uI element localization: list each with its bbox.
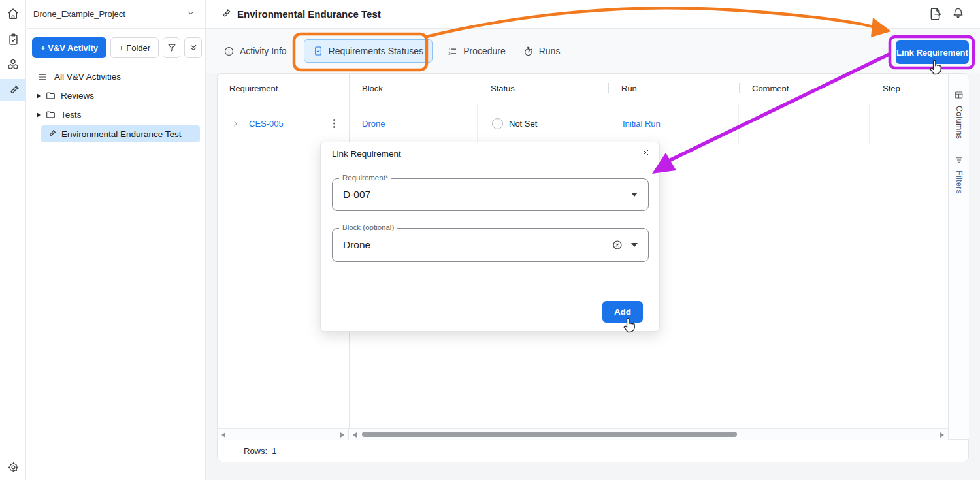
horizontal-scrollbars xyxy=(218,428,948,440)
add-button[interactable]: Add xyxy=(602,301,643,323)
add-folder-button[interactable]: + Folder xyxy=(110,37,159,58)
scroll-right-arrow-icon[interactable] xyxy=(940,432,944,438)
close-icon[interactable] xyxy=(641,148,651,160)
tab-label: Requirements Statuses xyxy=(329,46,424,56)
run-cell: Initial Run xyxy=(608,103,739,144)
export-icon[interactable] xyxy=(928,7,943,24)
column-header-run[interactable]: Run xyxy=(608,74,739,103)
tree-item-tests[interactable]: Tests xyxy=(27,105,205,124)
modal-header: Link Requirement xyxy=(321,142,659,165)
tab-label: Procedure xyxy=(463,46,506,56)
clear-circle-icon[interactable] xyxy=(612,239,623,251)
chevron-down-icon xyxy=(186,8,196,21)
scrollbar-thumb[interactable] xyxy=(362,432,737,437)
block-select[interactable]: Block (optional) Drone xyxy=(332,228,649,262)
column-header-requirement[interactable]: Requirement xyxy=(218,74,349,103)
info-circle-icon xyxy=(223,46,235,57)
left-pane-scrollbar[interactable] xyxy=(218,429,349,440)
status-cell: Not Set xyxy=(478,103,608,144)
link-requirement-modal: Link Requirement Requirement* D-007 Bloc… xyxy=(320,142,660,332)
project-tree-panel: Drone_Example_Project + V&V Activity + F… xyxy=(27,0,206,480)
numbered-list-icon: 12 xyxy=(447,46,458,57)
caret-right-icon[interactable] xyxy=(37,93,41,99)
link-requirement-button[interactable]: Link Requirement xyxy=(896,40,969,64)
test-tube-icon xyxy=(220,8,232,20)
tree-toolbar: + V&V Activity + Folder xyxy=(27,29,205,58)
table-row: CES-005 Drone Not Set Initial Run xyxy=(218,103,968,144)
scroll-left-arrow-icon[interactable] xyxy=(353,432,357,438)
modal-title: Link Requirement xyxy=(332,149,401,159)
filter-lines-icon xyxy=(954,155,964,165)
tree-folder-label: Reviews xyxy=(61,91,94,101)
tests-icon[interactable] xyxy=(0,79,26,101)
scroll-left-arrow-icon[interactable] xyxy=(221,432,225,438)
requirement-link[interactable]: CES-005 xyxy=(249,119,284,129)
block-link[interactable]: Drone xyxy=(362,119,385,129)
requirement-select-label: Requirement* xyxy=(339,174,391,182)
scroll-right-arrow-icon[interactable] xyxy=(340,432,344,438)
rows-count: 1 xyxy=(272,446,276,456)
add-vv-activity-button[interactable]: + V&V Activity xyxy=(32,37,106,58)
menu-icon xyxy=(37,72,48,82)
home-icon[interactable] xyxy=(0,3,26,25)
clipboard-check-icon[interactable] xyxy=(0,28,26,50)
tree-root-label: All V&V Activities xyxy=(54,72,121,82)
project-name: Drone_Example_Project xyxy=(33,9,125,19)
run-link[interactable]: Initial Run xyxy=(623,119,661,129)
tree-item-environmental-endurance-test[interactable]: Environmental Endurance Test xyxy=(41,125,200,142)
column-header-comment[interactable]: Comment xyxy=(739,74,870,103)
folder-icon xyxy=(45,90,56,101)
block-select-label: Block (optional) xyxy=(339,223,397,231)
test-tube-icon xyxy=(46,129,57,139)
caret-right-icon[interactable] xyxy=(37,112,41,118)
page-title: Environmental Endurance Test xyxy=(237,8,381,20)
column-header-block[interactable]: Block xyxy=(349,74,478,103)
tab-procedure[interactable]: 12 Procedure xyxy=(447,46,506,57)
columns-grid-icon xyxy=(953,89,964,101)
tab-activity-info[interactable]: Activity Info xyxy=(223,46,287,57)
stopwatch-icon xyxy=(523,46,534,57)
filter-funnel-button[interactable] xyxy=(163,37,180,58)
tab-requirements-statuses[interactable]: Requirements Statuses xyxy=(304,39,433,63)
tree-item-all-activities[interactable]: All V&V Activities xyxy=(27,67,205,86)
document-check-icon xyxy=(313,46,323,56)
requirement-cell: CES-005 xyxy=(218,103,349,144)
chevron-right-icon[interactable] xyxy=(231,120,240,128)
columns-panel-toggle[interactable]: Columns xyxy=(953,89,964,139)
table-header-row: Requirement Block Status Run Comment Ste… xyxy=(218,74,968,103)
comment-cell xyxy=(739,103,870,144)
svg-text:2: 2 xyxy=(449,51,451,55)
project-selector[interactable]: Drone_Example_Project xyxy=(27,0,205,29)
settings-gear-icon[interactable] xyxy=(0,456,26,478)
tree-folder-label: Tests xyxy=(61,110,82,120)
bell-icon[interactable] xyxy=(951,7,965,23)
filter-funnel-icon xyxy=(167,42,177,53)
kebab-menu-icon[interactable] xyxy=(330,116,338,131)
blocks-icon[interactable] xyxy=(0,54,26,76)
column-header-step[interactable]: Step xyxy=(870,74,947,103)
tree-selected-label: Environmental Endurance Test xyxy=(61,129,182,139)
tab-label: Runs xyxy=(539,46,561,56)
block-select-value: Drone xyxy=(343,239,370,251)
rows-label: Rows: xyxy=(244,446,267,456)
table-footer: Rows: 1 xyxy=(218,440,968,462)
filters-panel-toggle[interactable]: Filters xyxy=(954,155,964,194)
requirement-select[interactable]: Requirement* D-007 xyxy=(332,178,649,211)
block-cell: Drone xyxy=(349,103,478,144)
dropdown-caret-icon[interactable] xyxy=(631,193,638,197)
tab-runs[interactable]: Runs xyxy=(523,46,561,57)
app-rail xyxy=(0,0,26,480)
main-pane-scrollbar[interactable] xyxy=(349,429,948,440)
dropdown-caret-icon[interactable] xyxy=(631,243,638,247)
double-chevron-down-icon xyxy=(188,42,199,53)
activity-tree: All V&V Activities Reviews Tests Environ… xyxy=(27,67,205,142)
step-cell xyxy=(870,103,947,144)
status-label: Not Set xyxy=(509,119,537,129)
columns-panel-label: Columns xyxy=(955,106,964,139)
radio-circle-icon[interactable] xyxy=(492,118,503,129)
collapse-all-button[interactable] xyxy=(184,37,202,58)
table-side-panel: Columns Filters xyxy=(948,74,969,440)
filters-panel-label: Filters xyxy=(955,170,964,194)
tree-item-reviews[interactable]: Reviews xyxy=(27,86,205,105)
column-header-status[interactable]: Status xyxy=(478,74,608,103)
